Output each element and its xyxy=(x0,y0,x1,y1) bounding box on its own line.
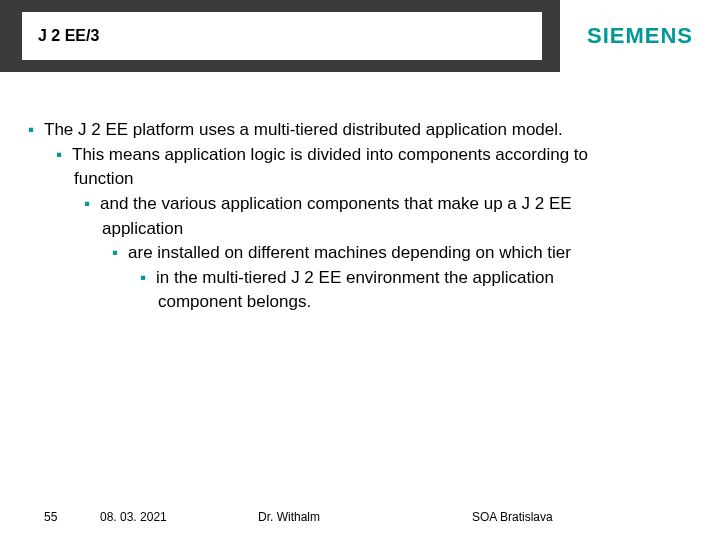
bullet-level-2: ▪ and the various application components… xyxy=(84,192,692,217)
siemens-logo: SIEMENS xyxy=(587,23,693,49)
page-number: 55 xyxy=(44,510,57,524)
footer-date: 08. 03. 2021 xyxy=(100,510,167,524)
bullet-level-4: ▪ in the multi-tiered J 2 EE environment… xyxy=(140,266,692,291)
bullet-continuation: component belongs. xyxy=(158,290,692,315)
bullet-text: and the various application components t… xyxy=(100,192,692,217)
square-bullet-icon: ▪ xyxy=(84,192,90,217)
square-bullet-icon: ▪ xyxy=(28,118,34,143)
bullet-text: are installed on different machines depe… xyxy=(128,241,692,266)
slide-title: J 2 EE/3 xyxy=(38,27,99,45)
header: J 2 EE/3 SIEMENS xyxy=(0,0,720,72)
square-bullet-icon: ▪ xyxy=(140,266,146,291)
footer-author: Dr. Withalm xyxy=(258,510,320,524)
slide: J 2 EE/3 SIEMENS ▪ The J 2 EE platform u… xyxy=(0,0,720,540)
bullet-continuation: function xyxy=(74,167,692,192)
bullet-text: in the multi-tiered J 2 EE environment t… xyxy=(156,266,692,291)
square-bullet-icon: ▪ xyxy=(112,241,118,266)
bullet-level-3: ▪ are installed on different machines de… xyxy=(112,241,692,266)
title-box: J 2 EE/3 xyxy=(22,12,542,60)
bullet-text: component belongs. xyxy=(158,292,311,311)
footer-event: SOA Bratislava xyxy=(472,510,553,524)
bullet-text: application xyxy=(102,219,183,238)
bullet-level-0: ▪ The J 2 EE platform uses a multi-tiere… xyxy=(28,118,692,143)
square-bullet-icon: ▪ xyxy=(56,143,62,168)
bullet-text: This means application logic is divided … xyxy=(72,143,692,168)
bullet-continuation: application xyxy=(102,217,692,242)
bullet-text: function xyxy=(74,169,134,188)
bullet-level-1: ▪ This means application logic is divide… xyxy=(56,143,692,168)
bullet-text: The J 2 EE platform uses a multi-tiered … xyxy=(44,118,692,143)
logo-box: SIEMENS xyxy=(560,0,720,72)
body-text: ▪ The J 2 EE platform uses a multi-tiere… xyxy=(28,118,692,315)
